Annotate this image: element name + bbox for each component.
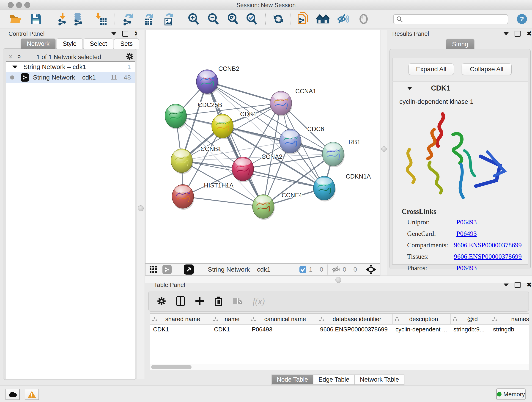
gene-name: CDK1 (431, 84, 450, 92)
result-card-header[interactable]: CDK1 (393, 82, 528, 95)
splitter-handle[interactable] (336, 277, 341, 283)
crosslink-value-link[interactable]: P06493 (456, 218, 477, 226)
close-panel-icon[interactable]: ✖ (526, 32, 532, 36)
tab-network[interactable]: Network (21, 38, 56, 49)
table-cell[interactable]: P06493 (249, 325, 317, 334)
node-RB1[interactable]: RB1 (322, 139, 361, 167)
column-header-description[interactable]: description (393, 314, 451, 324)
table-cell[interactable]: CDK1 (150, 325, 211, 334)
column-header-namespace[interactable]: namespace (490, 314, 529, 324)
birdseye-view-icon[interactable] (184, 264, 194, 274)
collapse-panel-icon[interactable] (111, 32, 116, 35)
node-CDK1[interactable]: CDK1 (212, 111, 257, 139)
column-header-name[interactable]: name (211, 314, 249, 324)
crosslink-value-link[interactable]: P06493 (456, 264, 477, 272)
export-image-icon[interactable] (162, 12, 175, 26)
zoom-out-icon[interactable] (207, 12, 220, 26)
close-panel-icon[interactable]: ✖ (526, 283, 532, 287)
column-header-canonical-name[interactable]: canonical name (249, 314, 317, 324)
table-cell[interactable]: stringdb (490, 325, 529, 334)
string-home-icon[interactable] (316, 12, 329, 26)
table-settings-gear-icon[interactable] (157, 297, 166, 306)
table-horizontal-scrollbar[interactable] (150, 364, 529, 370)
hidden-eye-slash-icon[interactable] (332, 266, 341, 274)
add-column-icon[interactable] (195, 297, 204, 306)
hide-selected-eye-slash-icon[interactable] (336, 12, 350, 26)
column-header-@id[interactable]: @id (451, 314, 490, 324)
warnings-button[interactable] (25, 389, 39, 400)
vertical-splitter-right[interactable] (381, 30, 387, 275)
save-session-icon[interactable] (29, 12, 43, 26)
table-cell[interactable]: 9606.ENSP00000378699 (317, 325, 393, 334)
node-CDKN1A[interactable]: CDKN1A (313, 173, 371, 201)
expand-all-button[interactable]: Expand All (409, 64, 454, 75)
show-all-eye-icon[interactable] (357, 12, 370, 26)
collapse-panel-icon[interactable] (504, 32, 509, 35)
refresh-icon[interactable] (272, 12, 285, 26)
float-panel-icon[interactable] (515, 31, 520, 37)
tab-node-table[interactable]: Node Table (272, 375, 313, 385)
tab-string[interactable]: String (446, 39, 475, 49)
help-icon[interactable]: ? (516, 13, 527, 25)
export-table-icon[interactable] (142, 12, 155, 26)
tab-edge-table[interactable]: Edge Table (313, 375, 355, 385)
collection-caret-icon[interactable] (12, 65, 17, 69)
network-options-gear-icon[interactable] (126, 52, 134, 61)
splitter-handle[interactable] (381, 146, 387, 152)
open-folder-icon[interactable] (9, 12, 22, 26)
node-CCNB2[interactable]: CCNB2 (196, 65, 239, 95)
column-header-shared-name[interactable]: shared name (150, 314, 211, 324)
show-columns-icon[interactable] (176, 296, 185, 306)
network-edge-count: 48 (124, 74, 131, 81)
string-view-icon[interactable] (162, 265, 172, 274)
crosslink-value-link[interactable]: 9606.ENSP00000378699 (454, 253, 522, 260)
collapse-panel-icon[interactable] (504, 283, 509, 287)
share-document-icon[interactable] (297, 12, 310, 26)
export-network-icon[interactable] (121, 12, 135, 26)
collapse-all-networks-icon[interactable]: » (7, 55, 15, 59)
zoom-in-icon[interactable] (187, 12, 200, 26)
crosslink-value-link[interactable]: 9606.ENSP00000378699 (454, 241, 522, 249)
table-cell[interactable]: stringdb:9... (451, 325, 490, 334)
collapse-all-button[interactable]: Collapse All (462, 64, 512, 75)
node-CCNA1[interactable]: CCNA1 (270, 88, 317, 116)
search-input[interactable] (403, 16, 502, 23)
import-table-icon[interactable] (94, 12, 108, 26)
tab-network-table[interactable]: Network Table (355, 375, 404, 385)
edge-HIST1H1A-CCNE1[interactable] (183, 196, 263, 206)
tab-style[interactable]: Style (57, 38, 83, 49)
table-row[interactable]: CDK1CDK1P064939606.ENSP00000378699cyclin… (150, 325, 529, 334)
main-toolbar: ? (0, 10, 532, 28)
zoom-selected-icon[interactable] (245, 12, 259, 26)
grid-view-icon[interactable] (150, 266, 157, 274)
hidden-node-edge-counts: 0 – 0 (343, 266, 357, 273)
scrollbar-thumb[interactable] (151, 365, 191, 369)
expand-all-networks-icon[interactable]: » (15, 55, 22, 59)
cloud-status-button[interactable] (6, 389, 20, 400)
vertical-splitter-left[interactable] (137, 30, 145, 379)
splitter-handle[interactable] (138, 205, 144, 211)
node-HIST1H1A[interactable]: HIST1H1A (172, 182, 234, 210)
tab-select[interactable]: Select (84, 38, 113, 49)
import-network-icon[interactable] (56, 12, 69, 26)
network-row-selected[interactable]: String Network – cdk1 11 48 (6, 72, 135, 83)
tab-sets[interactable]: Sets (114, 38, 139, 49)
network-canvas[interactable]: CCNB2CCNA1CDC25BCDK1CDC6RB1CCNB1CCNA2CDK… (145, 30, 380, 264)
table-cell[interactable]: CDK1 (211, 325, 249, 334)
delete-column-trash-icon[interactable] (214, 296, 222, 306)
float-panel-icon[interactable] (122, 31, 128, 37)
network-collection-row[interactable]: String Network – cdk1 1 (6, 62, 135, 72)
fit-content-crosshair-icon[interactable] (366, 264, 376, 274)
horizontal-splitter[interactable] (145, 275, 532, 284)
table-cell[interactable]: cyclin-dependent ... (393, 325, 451, 334)
collapse-entry-icon[interactable] (407, 87, 412, 90)
float-panel-icon[interactable] (515, 282, 520, 288)
zoom-fit-icon[interactable] (226, 12, 240, 26)
crosslink-value-link[interactable]: P06493 (456, 230, 477, 237)
import-network-from-database-icon[interactable] (71, 12, 85, 26)
selected-checkbox-icon[interactable] (299, 266, 307, 273)
table-tabs: Node TableEdge TableNetwork Table (272, 375, 404, 385)
column-header-database-identifier[interactable]: database identifier (317, 314, 393, 324)
result-card-cdk1: CDK1 cyclin-dependent kinase 1 CrossLink… (392, 82, 528, 264)
memory-button[interactable]: Memory (496, 389, 526, 400)
